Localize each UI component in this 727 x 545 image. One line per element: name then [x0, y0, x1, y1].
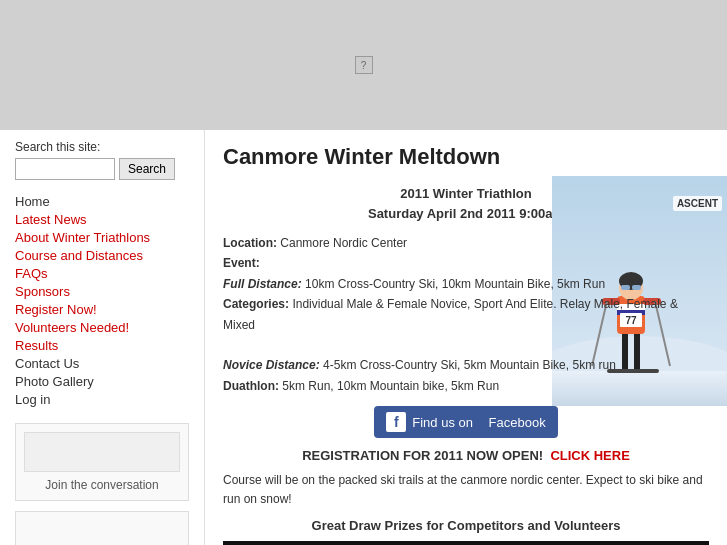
page-wrapper: ? Search this site: Search Home Latest N…: [0, 0, 727, 545]
top-placeholder-icon: ?: [355, 56, 373, 74]
full-distance-line: Full Distance: 10km Cross-Country Ski, 1…: [223, 274, 709, 294]
event-label-line: Event:: [223, 253, 709, 273]
location-label: Location:: [223, 236, 277, 250]
nav-link-about[interactable]: About Winter Triathlons: [15, 230, 189, 245]
search-row: Search: [15, 158, 189, 180]
nav-item-about[interactable]: About Winter Triathlons: [15, 230, 189, 245]
nav-item-login[interactable]: Log in: [15, 392, 189, 407]
nav-item-sponsors[interactable]: Sponsors: [15, 284, 189, 299]
nav-link-faqs[interactable]: FAQs: [15, 266, 189, 281]
nav-item-home[interactable]: Home: [15, 194, 189, 209]
nav-menu: Home Latest News About Winter Triathlons…: [15, 194, 189, 407]
nav-link-sponsors[interactable]: Sponsors: [15, 284, 189, 299]
nav-item-volunteers[interactable]: Volunteers Needed!: [15, 320, 189, 335]
nav-item-faqs[interactable]: FAQs: [15, 266, 189, 281]
sidebar-nav: Home Latest News About Winter Triathlons…: [15, 194, 189, 407]
location-value: Canmore Nordic Center: [280, 236, 407, 250]
categories-line: Categories: Individual Male & Female Nov…: [223, 294, 709, 335]
nav-item-results[interactable]: Results: [15, 338, 189, 353]
facebook-button[interactable]: f Find us on Facebook: [374, 406, 557, 438]
click-here-link[interactable]: CLICK HERE: [550, 448, 629, 463]
registration-text: REGISTRATION FOR 2011 NOW OPEN!: [302, 448, 543, 463]
search-button[interactable]: Search: [119, 158, 175, 180]
categories-label: Categories:: [223, 297, 289, 311]
nav-item-gallery[interactable]: Photo Gallery: [15, 374, 189, 389]
facebook-brand: Facebook: [489, 415, 546, 430]
nav-link-gallery[interactable]: Photo Gallery: [15, 374, 189, 389]
duathlon-value: 5km Run, 10km Mountain bike, 5km Run: [282, 379, 499, 393]
event-label: Event:: [223, 256, 260, 270]
nav-link-results[interactable]: Results: [15, 338, 189, 353]
main-layout: Search this site: Search Home Latest New…: [0, 130, 727, 545]
sidebar: Search this site: Search Home Latest New…: [0, 130, 205, 545]
video-bar: You need to upgrade your Adobe Flash Pla…: [223, 541, 709, 546]
location-line: Location: Canmore Nordic Center: [223, 233, 709, 253]
nav-link-login[interactable]: Log in: [15, 392, 189, 407]
draw-prizes: Great Draw Prizes for Competitors and Vo…: [223, 518, 709, 533]
event-details: Location: Canmore Nordic Center Event: F…: [223, 233, 709, 396]
search-label: Search this site:: [15, 140, 189, 154]
full-distance-label: Full Distance:: [223, 277, 302, 291]
top-bar: ?: [0, 0, 727, 130]
nav-link-course[interactable]: Course and Distances: [15, 248, 189, 263]
facebook-box: f Find us on Facebook: [223, 406, 709, 438]
ascent-badge: ASCENT: [673, 196, 722, 211]
novice-label: Novice Distance:: [223, 358, 320, 372]
sidebar-widget-2: [15, 511, 189, 545]
duathlon-label: Duathlon:: [223, 379, 279, 393]
sidebar-widget: Join the conversation: [15, 423, 189, 501]
nav-item-latest-news[interactable]: Latest News: [15, 212, 189, 227]
novice-line: Novice Distance: 4-5km Cross-Country Ski…: [223, 355, 709, 375]
duathlon-line: Duathlon: 5km Run, 10km Mountain bike, 5…: [223, 376, 709, 396]
novice-value: 4-5km Cross-Country Ski, 5km Mountain Bi…: [323, 358, 616, 372]
nav-link-volunteers[interactable]: Volunteers Needed!: [15, 320, 189, 335]
registration-line: REGISTRATION FOR 2011 NOW OPEN! CLICK HE…: [223, 448, 709, 463]
full-distance-value: 10km Cross-Country Ski, 10km Mountain Bi…: [305, 277, 605, 291]
facebook-icon: f: [386, 412, 406, 432]
nav-link-latest-news[interactable]: Latest News: [15, 212, 189, 227]
search-input[interactable]: [15, 158, 115, 180]
nav-item-contact[interactable]: Contact Us: [15, 356, 189, 371]
join-conversation-label: Join the conversation: [24, 478, 180, 492]
course-info: Course will be on the packed ski trails …: [223, 471, 709, 509]
nav-link-register[interactable]: Register Now!: [15, 302, 189, 317]
nav-link-home[interactable]: Home: [15, 194, 189, 209]
page-title: Canmore Winter Meltdown: [223, 144, 709, 170]
facebook-find-label: Find us on: [412, 415, 473, 430]
main-content: 77 ASCENT: [205, 130, 727, 545]
categories-value: Individual Male & Female Novice, Sport A…: [223, 297, 678, 331]
nav-link-contact[interactable]: Contact Us: [15, 356, 189, 371]
nav-item-register[interactable]: Register Now!: [15, 302, 189, 317]
nav-item-course[interactable]: Course and Distances: [15, 248, 189, 263]
